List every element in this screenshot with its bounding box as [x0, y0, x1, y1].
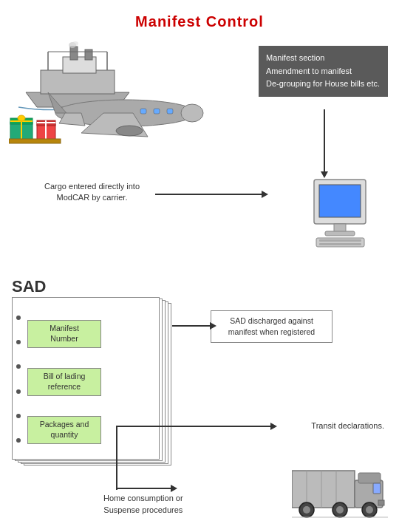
manifest-line2: Amendment to manifest — [266, 65, 381, 78]
svg-point-6 — [72, 41, 78, 46]
sad-discharged-arrow — [172, 325, 211, 327]
sad-label: SAD — [10, 277, 46, 296]
svg-rect-36 — [292, 471, 355, 508]
plane-illustration — [44, 85, 207, 143]
page-title: Manifest Control — [0, 13, 399, 30]
svg-rect-4 — [85, 50, 92, 60]
bill-of-lading-box: Bill of lading reference — [27, 368, 101, 396]
manifest-line3: De-grouping for House bills etc. — [266, 78, 381, 91]
manifest-line1: Manifest section — [266, 52, 381, 65]
svg-point-11 — [181, 104, 203, 122]
sad-discharged-box: SAD discharged against manifest when reg… — [211, 310, 332, 343]
svg-rect-34 — [319, 239, 361, 242]
svg-rect-18 — [167, 109, 173, 114]
svg-rect-28 — [9, 139, 61, 143]
manifest-arrow-down — [324, 109, 325, 172]
svg-rect-3 — [70, 47, 78, 60]
computer-terminal — [303, 176, 377, 252]
svg-point-15 — [116, 126, 143, 136]
packages-quantity-box: Packages and quantity — [27, 416, 101, 444]
svg-rect-42 — [373, 483, 381, 494]
svg-rect-17 — [154, 109, 160, 114]
svg-rect-33 — [316, 238, 364, 247]
cargo-text: Cargo entered directly into ModCAR by ca… — [44, 181, 140, 204]
svg-rect-35 — [319, 243, 361, 245]
manifest-number-box: Manifest Number — [27, 320, 101, 348]
svg-rect-30 — [319, 185, 361, 217]
gifts-illustration — [9, 103, 64, 146]
svg-point-49 — [366, 506, 373, 514]
manifest-section-box: Manifest section Amendment to manifest D… — [259, 46, 388, 97]
sad-document-stack: Manifest Number Bill of lading reference… — [9, 297, 171, 467]
truck-illustration — [292, 460, 388, 525]
svg-point-45 — [303, 506, 310, 514]
svg-rect-32 — [325, 231, 355, 236]
cargo-to-computer-arrow — [155, 194, 262, 195]
svg-rect-16 — [140, 109, 146, 114]
svg-rect-41 — [358, 473, 381, 483]
packages-arrow-home — [116, 488, 171, 489]
packages-arrow-spine — [116, 426, 117, 490]
transit-text: Transit declarations. — [311, 421, 384, 430]
packages-arrow-transit — [116, 426, 271, 427]
svg-point-23 — [18, 115, 25, 121]
svg-point-47 — [336, 506, 344, 514]
svg-rect-43 — [378, 500, 384, 505]
home-consumption-text: Home consumption or Suspense procedures — [103, 493, 183, 516]
